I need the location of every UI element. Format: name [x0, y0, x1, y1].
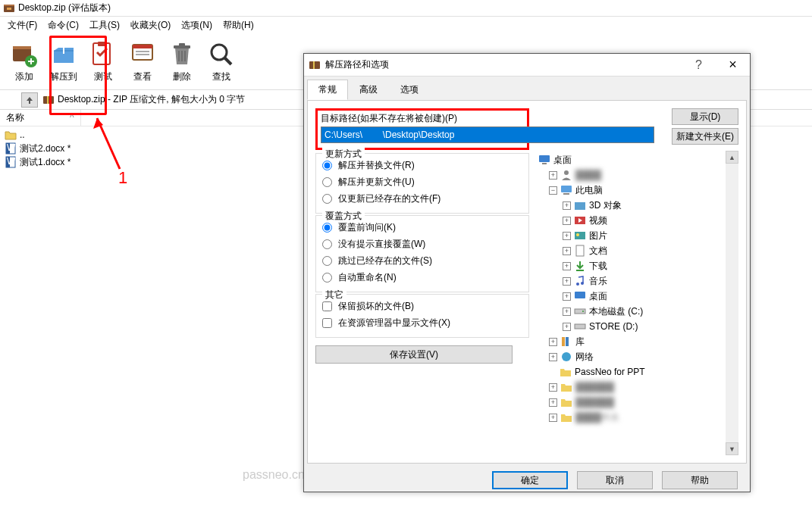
- expander-icon[interactable]: −: [549, 186, 557, 195]
- keep-broken-checkbox[interactable]: [322, 301, 332, 311]
- expander-icon[interactable]: +: [563, 217, 571, 225]
- svg-text:W: W: [7, 156, 16, 167]
- expander-icon[interactable]: +: [563, 277, 571, 286]
- dialog-titlebar: 解压路径和选项 ? ×: [304, 54, 750, 77]
- update-update-radio[interactable]: [322, 177, 332, 187]
- tree-node-libraries[interactable]: +库: [537, 334, 737, 349]
- dialog-title: 解压路径和选项: [325, 58, 682, 71]
- svg-line-18: [224, 58, 231, 64]
- svg-rect-20: [47, 96, 49, 104]
- music-icon: [574, 275, 586, 287]
- expander-icon[interactable]: +: [563, 292, 571, 301]
- svg-rect-38: [576, 245, 584, 256]
- close-button[interactable]: ×: [716, 54, 750, 77]
- expander-icon[interactable]: +: [549, 171, 557, 180]
- svg-rect-42: [575, 292, 585, 298]
- ok-button[interactable]: 确定: [492, 471, 568, 489]
- tab-general[interactable]: 常规: [307, 80, 348, 100]
- folder-tree[interactable]: 桌面 +████ −此电脑 +3D 对象 +视频 +图片 +文档 +下载 +音乐…: [535, 151, 738, 455]
- tree-node-network[interactable]: +网络: [537, 349, 737, 364]
- folder-icon: [560, 411, 572, 423]
- view-icon: [128, 40, 157, 69]
- dialog-tabs: 常规 高级 选项: [304, 77, 750, 100]
- update-existing-radio[interactable]: [322, 194, 332, 204]
- view-button[interactable]: 查看: [123, 33, 162, 90]
- menu-help[interactable]: 帮助(H): [218, 17, 259, 33]
- menubar: 文件(F) 命令(C) 工具(S) 收藏夹(O) 选项(N) 帮助(H): [0, 17, 812, 33]
- computer-icon: [560, 184, 572, 196]
- menu-tools[interactable]: 工具(S): [85, 17, 124, 33]
- add-button[interactable]: 添加: [5, 33, 44, 90]
- tree-node-downloads[interactable]: +下载: [537, 258, 737, 273]
- scroll-down-icon[interactable]: ▼: [726, 442, 738, 455]
- tree-node-store-d[interactable]: +STORE (D:): [537, 319, 737, 334]
- svg-rect-33: [563, 193, 569, 195]
- tree-node-thispc[interactable]: −此电脑: [537, 183, 737, 198]
- expander-icon[interactable]: +: [563, 323, 571, 331]
- show-in-explorer-checkbox[interactable]: [322, 318, 332, 328]
- expander-icon[interactable]: +: [563, 201, 571, 210]
- svg-rect-2: [7, 8, 11, 10]
- menu-options[interactable]: 选项(N): [177, 17, 217, 33]
- overwrite-noprompt-radio[interactable]: [322, 239, 332, 249]
- expander-icon[interactable]: +: [549, 398, 557, 407]
- winrar-icon: [309, 59, 321, 71]
- tree-node-blur[interactable]: +████件夹: [537, 410, 737, 425]
- tree-node-blur[interactable]: +██████: [537, 379, 737, 395]
- up-button[interactable]: [21, 92, 38, 108]
- tree-node-pictures[interactable]: +图片: [537, 228, 737, 243]
- find-button[interactable]: 查找: [202, 33, 241, 90]
- save-settings-button[interactable]: 保存设置(V): [315, 345, 513, 364]
- documents-icon: [574, 245, 586, 257]
- menu-command[interactable]: 命令(C): [43, 17, 83, 33]
- scroll-up-icon[interactable]: ▲: [726, 151, 738, 164]
- destination-path-input[interactable]: [321, 126, 654, 143]
- expander-icon[interactable]: +: [549, 338, 557, 346]
- tab-advanced[interactable]: 高级: [348, 80, 389, 100]
- menu-file[interactable]: 文件(F): [3, 17, 42, 33]
- expander-icon[interactable]: +: [563, 247, 571, 255]
- delete-button[interactable]: 删除: [162, 33, 202, 90]
- svg-rect-4: [13, 46, 31, 49]
- svg-rect-47: [566, 337, 569, 346]
- tree-node-desktop[interactable]: 桌面: [537, 152, 737, 167]
- annotation-highlight-1: [49, 36, 107, 115]
- overwrite-skip-radio[interactable]: [322, 256, 332, 266]
- overwrite-mode-group: 覆盖方式 覆盖前询问(K) 没有提示直接覆盖(W) 跳过已经存在的文件(S) 自…: [315, 215, 529, 292]
- folder-icon: [560, 381, 572, 393]
- help-button[interactable]: 帮助: [662, 471, 738, 489]
- winrar-icon: [3, 2, 15, 14]
- update-replace-radio[interactable]: [322, 161, 332, 170]
- expander-icon[interactable]: +: [549, 414, 557, 422]
- expander-icon[interactable]: +: [563, 262, 571, 270]
- help-icon-button[interactable]: ?: [682, 54, 716, 77]
- find-icon: [207, 40, 236, 69]
- path-label: 目标路径(如果不存在将被创建)(P): [321, 112, 524, 125]
- menu-favorites[interactable]: 收藏夹(O): [126, 17, 175, 33]
- expander-icon[interactable]: +: [549, 353, 557, 361]
- tree-node-passneo[interactable]: PassNeo for PPT: [537, 364, 737, 379]
- tree-node-localdisk-c[interactable]: +本地磁盘 (C:): [537, 304, 737, 319]
- expander-icon[interactable]: +: [563, 232, 571, 240]
- expander-icon[interactable]: +: [549, 383, 557, 392]
- expander-icon[interactable]: +: [563, 308, 571, 316]
- new-folder-button[interactable]: 新建文件夹(E): [672, 128, 738, 145]
- overwrite-rename-radio[interactable]: [322, 273, 332, 283]
- tree-node-desktop2[interactable]: +桌面: [537, 289, 737, 304]
- tree-scrollbar[interactable]: ▲ ▼: [726, 151, 738, 455]
- overwrite-ask-radio[interactable]: [322, 223, 332, 233]
- cancel-button[interactable]: 取消: [577, 471, 653, 489]
- delete-icon: [168, 40, 196, 69]
- tab-options[interactable]: 选项: [389, 80, 430, 100]
- tree-node-documents[interactable]: +文档: [537, 243, 737, 258]
- tree-node-videos[interactable]: +视频: [537, 213, 737, 228]
- tree-node-music[interactable]: +音乐: [537, 273, 737, 289]
- display-button[interactable]: 显示(D): [672, 108, 738, 125]
- downloads-icon: [574, 260, 586, 272]
- svg-rect-13: [179, 43, 185, 46]
- tree-node-blur[interactable]: +████: [537, 167, 737, 183]
- tree-node-3dobjects[interactable]: +3D 对象: [537, 198, 737, 213]
- svg-rect-34: [575, 202, 585, 210]
- tree-node-blur[interactable]: +██████: [537, 395, 737, 410]
- folder-icon: [574, 199, 586, 211]
